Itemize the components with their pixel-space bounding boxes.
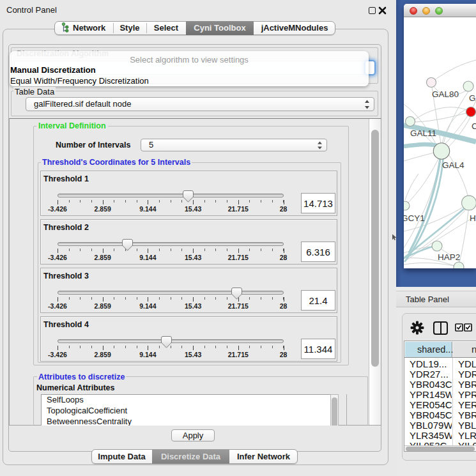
svg-text:GA: GA — [469, 93, 476, 103]
svg-text:C: C — [472, 121, 476, 131]
svg-text:H: H — [470, 213, 476, 223]
svg-text:GAL80: GAL80 — [432, 89, 459, 99]
svg-text:GAL11: GAL11 — [410, 128, 436, 138]
svg-text:GCY1: GCY1 — [404, 213, 425, 223]
svg-text:GAL4: GAL4 — [442, 160, 464, 170]
svg-text:HAP2: HAP2 — [438, 252, 460, 262]
